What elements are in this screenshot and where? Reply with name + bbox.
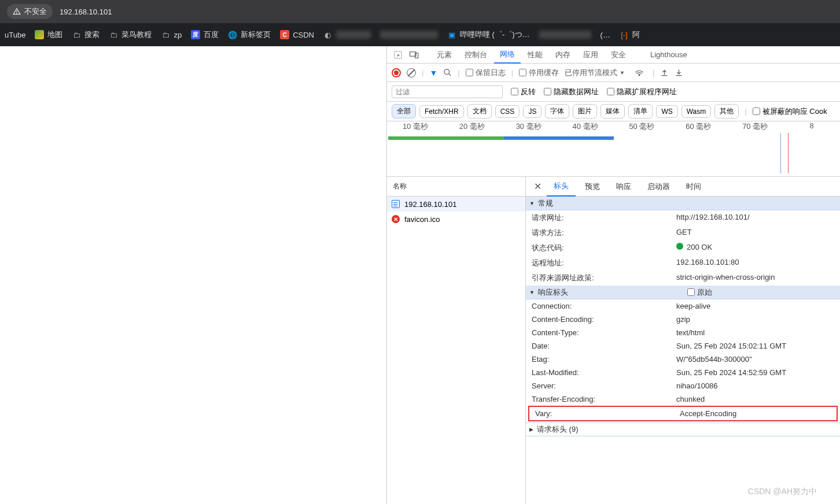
bookmark-blur3[interactable] — [539, 31, 591, 39]
type-ws[interactable]: WS — [656, 105, 677, 118]
filter-row: 反转 隐藏数据网址 隐藏扩展程序网址 — [387, 82, 840, 102]
header-row: Transfer-Encoding:chunked — [526, 392, 840, 406]
bookmark-search[interactable]: 🗀搜索 — [72, 29, 100, 40]
chevron-down-icon: ▼ — [620, 70, 625, 76]
type-wasm[interactable]: Wasm — [681, 105, 712, 118]
bookmark-bili[interactable]: ▣哔哩哔哩 (゜-゜)つ… — [447, 29, 530, 40]
type-js[interactable]: JS — [523, 105, 541, 118]
bookmark-ellipsis[interactable]: (… — [600, 31, 610, 39]
device-icon[interactable] — [407, 47, 422, 62]
baidu-icon: 度 — [191, 30, 200, 39]
bookmark-blur2[interactable] — [380, 31, 438, 39]
clear-button[interactable] — [407, 68, 416, 77]
document-icon — [392, 200, 400, 208]
bookmark-blur1[interactable]: ◐ — [323, 30, 371, 39]
svg-line-6 — [449, 73, 451, 76]
bookmark-runoob[interactable]: 🗀菜鸟教程 — [109, 29, 152, 40]
error-icon: ✕ — [392, 215, 400, 223]
throttle-select[interactable]: 已停用节流模式▼ — [565, 68, 625, 78]
filter-icon[interactable]: ▼ — [429, 68, 437, 77]
header-row: Content-Encoding:gzip — [526, 313, 840, 326]
detail-tab-response[interactable]: 响应 — [609, 177, 638, 197]
section-general[interactable]: ▼ 常规 — [526, 197, 840, 210]
type-all[interactable]: 全部 — [392, 104, 416, 118]
wifi-icon[interactable] — [634, 69, 644, 77]
record-button[interactable] — [392, 68, 401, 77]
close-icon[interactable]: ✕ — [530, 180, 544, 194]
status-dot-icon — [676, 243, 683, 250]
svg-point-1 — [17, 13, 17, 14]
bilibili-icon: ▣ — [447, 30, 456, 39]
filter-input[interactable] — [392, 86, 503, 98]
bookmark-ali[interactable]: [-]阿 — [620, 29, 640, 40]
search-icon[interactable] — [443, 68, 452, 77]
header-row: Date:Sun, 25 Feb 2024 15:02:11 GMT — [526, 339, 840, 353]
tab-lighthouse[interactable]: Lighthouse — [644, 46, 693, 64]
header-row: Server:nihao/10086 — [526, 379, 840, 392]
hide-data-checkbox[interactable]: 隐藏数据网址 — [544, 87, 599, 97]
folder-icon: 🗀 — [109, 30, 118, 39]
type-other[interactable]: 其他 — [714, 104, 739, 118]
type-img[interactable]: 图片 — [573, 104, 597, 118]
bookmark-zp[interactable]: 🗀zp — [161, 30, 182, 39]
blocked-checkbox[interactable]: 被屏蔽的响应 Cook — [753, 106, 827, 117]
type-manifest[interactable]: 清单 — [628, 104, 653, 118]
header-row: Content-Type:text/html — [526, 326, 840, 339]
request-item[interactable]: ✕ favicon.ico — [387, 212, 525, 227]
timeline-label: 50 毫秒 — [614, 121, 670, 132]
type-filters: 全部 Fetch/XHR 文档 CSS JS 字体 图片 媒体 清单 WS Wa… — [387, 102, 840, 121]
tab-application[interactable]: 应用 — [577, 46, 604, 64]
tab-security[interactable]: 安全 — [605, 46, 632, 64]
globe-icon: 🌐 — [228, 30, 237, 39]
url-text[interactable]: 192.168.10.101 — [60, 8, 112, 16]
network-toolbar: | ▼ | 保留日志 | 停用缓存 已停用节流模式▼ | — [387, 64, 840, 82]
bookmark-maps[interactable]: 地图 — [35, 29, 62, 40]
raw-checkbox[interactable]: 原始 — [687, 287, 712, 298]
detail-tab-preview[interactable]: 预览 — [578, 177, 607, 197]
invert-checkbox[interactable]: 反转 — [511, 87, 536, 97]
request-item[interactable]: 192.168.10.101 — [387, 197, 525, 212]
detail-tab-timing[interactable]: 时间 — [679, 177, 708, 197]
header-row: 远程地址:192.168.10.101:80 — [526, 255, 840, 270]
type-media[interactable]: 媒体 — [600, 104, 625, 118]
upload-icon[interactable] — [660, 68, 669, 77]
tab-console[interactable]: 控制台 — [459, 46, 493, 64]
tab-performance[interactable]: 性能 — [522, 46, 548, 64]
inspect-icon[interactable] — [390, 47, 406, 62]
triangle-down-icon: ▼ — [529, 201, 535, 206]
tab-memory[interactable]: 内存 — [550, 46, 576, 64]
type-fetch[interactable]: Fetch/XHR — [419, 105, 464, 118]
type-doc[interactable]: 文档 — [467, 104, 492, 118]
security-badge[interactable]: 不安全 — [7, 4, 53, 19]
section-request-headers[interactable]: ▶ 请求标头 (9) — [526, 423, 840, 436]
timeline[interactable]: 10 毫秒 20 毫秒 30 毫秒 40 毫秒 50 毫秒 60 毫秒 70 毫… — [387, 121, 840, 177]
tab-network[interactable]: 网络 — [494, 46, 521, 64]
list-header[interactable]: 名称 — [387, 177, 525, 197]
folder-icon: 🗀 — [161, 30, 170, 39]
address-bar: 不安全 192.168.10.101 — [0, 0, 840, 23]
header-row: 状态代码:200 OK — [526, 240, 840, 255]
timeline-label: 8 — [783, 121, 840, 132]
bookmark-baidu[interactable]: 度百度 — [191, 29, 219, 40]
devtools-panel: 元素 控制台 网络 性能 内存 应用 安全 Lighthouse | ▼ | 保… — [386, 46, 840, 504]
tab-elements[interactable]: 元素 — [431, 46, 458, 64]
triangle-right-icon: ▶ — [529, 427, 533, 432]
preserve-log-checkbox[interactable]: 保留日志 — [466, 68, 506, 78]
bookmark-csdn[interactable]: CCSDN — [280, 30, 314, 39]
header-row: Etag:W/"65db544b-300000" — [526, 353, 840, 366]
type-font[interactable]: 字体 — [545, 104, 569, 118]
download-icon[interactable] — [675, 68, 683, 77]
detail-tab-initiator[interactable]: 启动器 — [640, 177, 677, 197]
hide-ext-checkbox[interactable]: 隐藏扩展程序网址 — [607, 87, 677, 97]
timeline-label: 10 毫秒 — [387, 121, 444, 132]
network-split: 名称 192.168.10.101 ✕ favicon.ico ✕ 标头 预览 … — [387, 177, 840, 504]
bookmark-youtube[interactable]: uTube — [5, 31, 25, 39]
detail-tab-headers[interactable]: 标头 — [547, 177, 576, 197]
type-css[interactable]: CSS — [495, 105, 520, 118]
devtools-tabs: 元素 控制台 网络 性能 内存 应用 安全 Lighthouse — [387, 46, 840, 64]
section-response-headers[interactable]: ▼ 响应标头 原始 — [526, 286, 840, 299]
disable-cache-checkbox[interactable]: 停用缓存 — [519, 68, 559, 78]
highlighted-row: Vary:Accept-Encoding — [528, 406, 838, 421]
request-detail: ✕ 标头 预览 响应 启动器 时间 ▼ 常规 请求网址:http://192.1… — [526, 177, 840, 504]
bookmark-newtab[interactable]: 🌐新标签页 — [228, 29, 271, 40]
